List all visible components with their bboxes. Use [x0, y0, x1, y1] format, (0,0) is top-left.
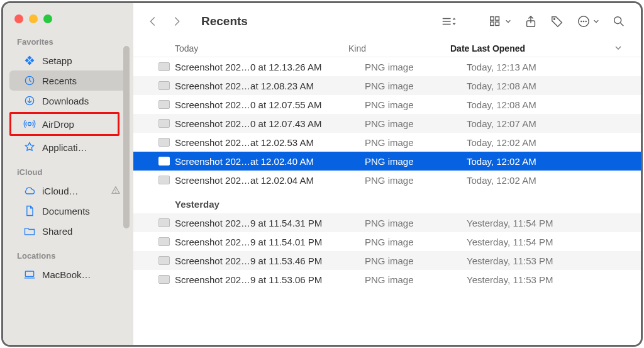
chevron-down-icon	[614, 43, 622, 53]
file-date: Today, 12:13 AM	[467, 62, 622, 72]
file-row[interactable]: Screenshot 202…at 12.02.04 AMPNG imageTo…	[133, 171, 641, 189]
view-mode-button[interactable]	[437, 13, 458, 30]
sidebar-item-applicati[interactable]: Applicati…	[9, 137, 127, 157]
ellipsis-circle-icon	[577, 14, 591, 28]
file-kind: PNG image	[365, 237, 467, 247]
file-row[interactable]: Screenshot 202…9 at 11.53.06 PMPNG image…	[133, 270, 641, 289]
sidebar-item-downloads[interactable]: Downloads	[9, 91, 127, 111]
file-list: Screenshot 202…0 at 12.13.26 AMPNG image…	[133, 57, 641, 345]
file-row[interactable]: Screenshot 202…0 at 12.07.43 AMPNG image…	[133, 114, 641, 133]
file-thumbnail-icon	[158, 218, 170, 227]
svg-point-4	[116, 192, 116, 193]
finder-window: FavoritesSetappRecentsDownloadsAirDropAp…	[1, 1, 643, 347]
file-name: Screenshot 202…0 at 12.07.43 AM	[175, 118, 365, 129]
file-thumbnail-icon	[158, 138, 170, 147]
svg-rect-13	[496, 22, 499, 25]
sidebar-item-shared[interactable]: Shared	[9, 221, 127, 241]
chevron-down-icon	[505, 18, 511, 25]
svg-point-19	[586, 21, 586, 21]
file-thumbnail-icon	[158, 275, 170, 284]
file-name: Screenshot 202…at 12.02.04 AM	[175, 175, 365, 186]
svg-point-17	[581, 21, 582, 21]
sidebar-section-label: Locations	[3, 251, 133, 264]
close-window-button[interactable]	[14, 14, 23, 23]
file-row[interactable]: Screenshot 202…at 12.02.53 AMPNG imageTo…	[133, 133, 641, 152]
chevron-right-icon	[170, 14, 184, 28]
file-kind: PNG image	[365, 137, 467, 148]
file-date: Yesterday, 11:53 PM	[467, 255, 622, 266]
share-button[interactable]	[521, 13, 540, 30]
sidebar-scrollbar[interactable]	[123, 46, 130, 228]
file-thumbnail-icon	[158, 100, 170, 109]
search-icon	[612, 14, 626, 28]
file-name: Screenshot 202…0 at 12.13.26 AM	[175, 62, 365, 72]
file-thumbnail-icon	[158, 157, 170, 166]
apps-icon	[23, 141, 36, 154]
tag-icon	[550, 14, 564, 28]
sidebar-item-label: Downloads	[42, 96, 89, 106]
file-date: Today, 12:08 AM	[467, 81, 622, 91]
minimize-window-button[interactable]	[29, 14, 38, 23]
file-date: Today, 12:02 AM	[467, 156, 622, 167]
search-button[interactable]	[609, 13, 628, 30]
sidebar-item-label: MacBook…	[42, 269, 91, 280]
column-header-row: Today Kind Date Last Opened	[133, 40, 641, 57]
file-row[interactable]: Screenshot 202…0 at 12.07.55 AMPNG image…	[133, 95, 641, 114]
sidebar-item-label: AirDrop	[42, 119, 74, 130]
file-kind: PNG image	[365, 81, 467, 91]
file-thumbnail-icon	[158, 119, 170, 128]
traffic-lights	[3, 12, 133, 37]
svg-rect-10	[491, 17, 494, 21]
sidebar-section-label: Favorites	[3, 37, 133, 50]
doc-icon	[23, 205, 36, 217]
file-thumbnail-icon	[158, 81, 170, 90]
chevron-down-icon	[593, 18, 599, 25]
file-kind: PNG image	[365, 62, 467, 72]
sidebar-item-label: Documents	[42, 206, 90, 216]
sidebar-scroll-thumb[interactable]	[123, 46, 130, 228]
sidebar-item-recents[interactable]: Recents	[9, 70, 127, 91]
column-header-kind[interactable]: Kind	[348, 43, 450, 53]
file-row[interactable]: Screenshot 202…9 at 11.54.31 PMPNG image…	[133, 213, 641, 232]
file-kind: PNG image	[365, 156, 467, 167]
file-name: Screenshot 202…at 12.08.23 AM	[175, 81, 365, 91]
back-button[interactable]	[145, 13, 161, 30]
cloud-icon	[23, 184, 36, 197]
content-area: Recents Today	[133, 3, 641, 345]
file-row[interactable]: Screenshot 202…at 12.02.40 AMPNG imageTo…	[133, 152, 641, 171]
file-row[interactable]: Screenshot 202…0 at 12.13.26 AMPNG image…	[133, 57, 641, 76]
column-header-date[interactable]: Date Last Opened	[450, 43, 622, 53]
warning-icon	[111, 185, 121, 197]
file-name: Screenshot 202…at 12.02.53 AM	[175, 137, 365, 148]
forward-button[interactable]	[169, 13, 185, 30]
zoom-window-button[interactable]	[43, 14, 52, 23]
action-menu-button[interactable]	[574, 13, 602, 30]
sidebar-item-documents[interactable]: Documents	[9, 201, 127, 221]
sidebar-item-label: Shared	[42, 226, 72, 237]
download-icon	[23, 94, 36, 107]
laptop-icon	[23, 268, 36, 281]
sidebar-item-label: Recents	[42, 76, 77, 86]
chevron-left-icon	[146, 14, 160, 28]
sidebar-item-macbook[interactable]: MacBook…	[9, 264, 127, 284]
column-header-name[interactable]: Today	[158, 43, 348, 53]
sidebar-item-label: iCloud…	[42, 186, 79, 196]
grid-icon	[489, 14, 502, 28]
file-name: Screenshot 202…9 at 11.54.31 PM	[175, 218, 365, 228]
sidebar-item-icloud[interactable]: iCloud…	[9, 181, 127, 201]
sidebar-section-label: iCloud	[3, 167, 133, 181]
file-name: Screenshot 202…9 at 11.53.06 PM	[175, 274, 365, 285]
file-kind: PNG image	[365, 175, 467, 186]
file-row[interactable]: Screenshot 202…at 12.08.23 AMPNG imageTo…	[133, 76, 641, 95]
file-row[interactable]: Screenshot 202…9 at 11.54.01 PMPNG image…	[133, 232, 641, 251]
svg-point-15	[554, 18, 555, 20]
sidebar-item-setapp[interactable]: Setapp	[9, 50, 127, 70]
file-date: Today, 12:07 AM	[467, 118, 622, 129]
sidebar-item-airdrop[interactable]: AirDrop	[9, 112, 119, 136]
tags-button[interactable]	[548, 13, 567, 30]
svg-rect-11	[496, 17, 499, 21]
svg-line-21	[621, 23, 624, 26]
airdrop-icon	[23, 118, 36, 130]
file-row[interactable]: Screenshot 202…9 at 11.53.46 PMPNG image…	[133, 251, 641, 270]
group-by-button[interactable]	[486, 13, 514, 30]
